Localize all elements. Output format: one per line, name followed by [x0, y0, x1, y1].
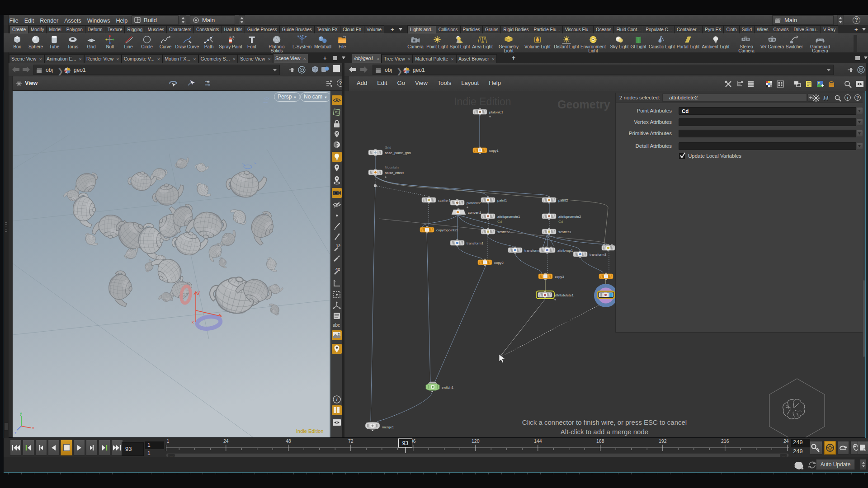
svg-text:scatter3: scatter3 — [558, 230, 571, 234]
svg-text:transform1: transform1 — [467, 241, 483, 245]
svg-text:144: 144 — [534, 438, 542, 444]
svg-text:platonic1: platonic1 — [489, 110, 503, 114]
svg-text:48: 48 — [286, 438, 291, 444]
svg-text:42: 42 — [335, 267, 340, 272]
svg-text:copy2: copy2 — [494, 261, 504, 265]
svg-text:attribvop1: attribvop1 — [557, 249, 573, 253]
svg-text:Mountain: Mountain — [385, 165, 399, 169]
svg-text:Geometry: Geometry — [557, 98, 610, 111]
svg-text:merge1: merge1 — [382, 425, 394, 429]
svg-text:platonic2: platonic2 — [467, 201, 481, 205]
svg-text:12: 12 — [336, 244, 340, 248]
svg-text:y: y — [198, 290, 200, 295]
svg-text:168: 168 — [596, 438, 604, 444]
svg-text:192: 192 — [659, 438, 667, 444]
svg-text:switch1: switch1 — [442, 385, 453, 389]
svg-text:attribdelete1: attribdelete1 — [554, 293, 574, 297]
svg-text:y: y — [20, 411, 22, 416]
svg-text:scatter2: scatter2 — [497, 230, 510, 234]
svg-text:24: 24 — [223, 438, 229, 444]
svg-text:attribpromote1: attribpromote1 — [497, 215, 520, 219]
svg-text:93: 93 — [402, 440, 409, 446]
svg-text:transform2: transform2 — [524, 249, 541, 253]
svg-text:noise_effect: noise_effect — [385, 171, 404, 175]
svg-text:Indie Edition: Indie Edition — [454, 96, 511, 108]
svg-text:paint1: paint1 — [497, 198, 507, 202]
svg-text:attribpromote2: attribpromote2 — [558, 215, 581, 219]
svg-text:Click a connector to finish wi: Click a connector to finish wire, or pre… — [522, 418, 687, 426]
svg-text:copy1: copy1 — [489, 149, 499, 153]
svg-text:x: x — [32, 426, 34, 430]
svg-text:paint2: paint2 — [558, 198, 568, 202]
svg-text:Indie Edition: Indie Edition — [296, 428, 324, 434]
svg-text:convert1: convert1 — [468, 211, 481, 215]
svg-text:transform3: transform3 — [590, 253, 606, 257]
svg-text:216: 216 — [721, 438, 729, 444]
svg-text:240: 240 — [783, 438, 789, 444]
svg-text:i: i — [336, 397, 338, 402]
svg-text:1: 1 — [167, 438, 170, 444]
svg-text:z: z — [14, 431, 17, 435]
svg-text:120: 120 — [472, 438, 480, 444]
svg-text:72: 72 — [348, 438, 354, 444]
svg-text:scatter1: scatter1 — [438, 198, 451, 202]
svg-text:Grid: Grid — [385, 145, 391, 150]
svg-text:base_plane_grid: base_plane_grid — [385, 151, 411, 155]
svg-text:Alt-click to add a merge node: Alt-click to add a merge node — [561, 428, 648, 436]
svg-text:copytopoints1: copytopoints1 — [436, 228, 458, 232]
svg-text:copy3: copy3 — [555, 275, 564, 279]
svg-text:Cd: Cd — [558, 220, 563, 224]
svg-text:x: x — [192, 320, 194, 324]
svg-text:Cd: Cd — [497, 220, 502, 224]
svg-text:abc: abc — [333, 323, 340, 328]
